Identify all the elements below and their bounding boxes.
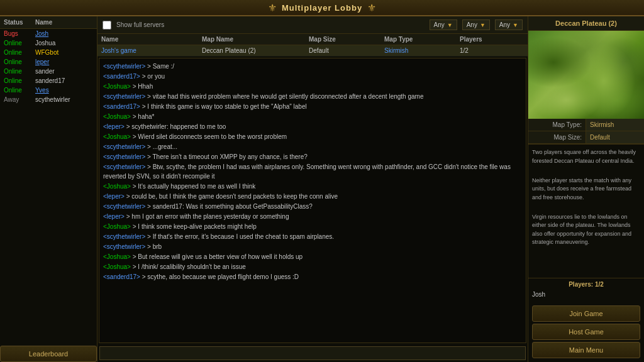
list-item: <sanderd17> > I think this game is way t… — [103, 102, 522, 111]
col-status-header: Status — [4, 19, 35, 26]
map-title: Deccan Plateau (2) — [528, 16, 644, 31]
list-item[interactable]: Away scythetwirler — [0, 95, 97, 104]
chat-username: <Joshua> — [103, 223, 131, 230]
chat-message-text: > If that's the error, it's because I us… — [145, 233, 334, 240]
map-description-paragraph: Neither player starts the match with any… — [532, 177, 640, 202]
join-game-button[interactable]: Join Game — [532, 305, 640, 322]
main-menu-button[interactable]: Main Menu — [532, 342, 640, 358]
chat-username: <scythetwirler> — [103, 243, 145, 250]
chat-message-text: > It's actually happened to me as well I… — [131, 183, 255, 190]
leaderboard-button[interactable]: Leaderboard — [0, 346, 97, 362]
left-panel: Status Name Bugs Josh Online Joshua Onli… — [0, 16, 97, 362]
list-item: <Joshua> > I think some keep-alive packe… — [103, 222, 522, 231]
list-item: <Joshua> > Wierd silet disconnects seem … — [103, 132, 522, 141]
chat-message-text: > I /think/ scalibility shouldn't be an … — [131, 263, 246, 270]
list-item: <Joshua> > It's actually happened to me … — [103, 182, 522, 191]
chat-username: <scythetwirler> — [103, 233, 145, 240]
list-item[interactable]: Online Yves — [0, 85, 97, 95]
list-item: <Joshua> > But release will give us a be… — [103, 252, 522, 261]
chat-message-text: > brb — [145, 243, 162, 250]
chat-message-text: > I think some keep-alive packets might … — [131, 223, 257, 230]
filter-dropdown-1-arrow: ▼ — [447, 22, 453, 28]
list-item: <scythetwirler> > ...great... — [103, 142, 522, 151]
player-status: Online — [4, 77, 35, 84]
list-item: <scythetwirler> > sanderd17: Was it some… — [103, 202, 522, 211]
chat-username: <sanderd17> — [103, 73, 140, 80]
list-item: <Joshua> > I /think/ scalibility shouldn… — [103, 262, 522, 272]
chat-message-text: > But release will give us a better view… — [131, 253, 303, 260]
chat-username: <scythetwirler> — [103, 63, 145, 70]
list-item: <scythetwirler> > Same :/ — [103, 62, 522, 71]
chat-username: <leper> — [103, 193, 125, 200]
chat-area: <scythetwirler> > Same :/<sanderd17> > o… — [97, 57, 528, 362]
chat-username: <scythetwirler> — [103, 153, 145, 160]
list-item[interactable]: Bugs Josh — [0, 29, 97, 38]
player-name: sander — [35, 68, 93, 75]
list-item[interactable]: Online WFGbot — [0, 48, 97, 57]
list-item: <sanderd17> > or you — [103, 72, 522, 81]
chat-username: <leper> — [103, 213, 125, 220]
player-name: Josh — [35, 30, 93, 37]
chat-username: <scythetwirler> — [103, 143, 145, 150]
player-status: Bugs — [4, 30, 35, 37]
middle-panel: Show full servers Any ▼ Any ▼ Any ▼ Name… — [97, 16, 528, 362]
list-item: <scythetwirler> > If that's the error, i… — [103, 232, 522, 241]
server-map-size: Default — [309, 47, 384, 54]
chat-message-text: > haha* — [131, 113, 155, 120]
show-full-checkbox[interactable] — [103, 21, 111, 30]
th-players: Players — [460, 36, 524, 43]
list-item[interactable]: Online sander — [0, 67, 97, 76]
server-list: Josh's game Deccan Plateau (2) Default S… — [97, 45, 528, 57]
chat-username: <scythetwirler> — [103, 163, 145, 170]
list-item[interactable]: Online leper — [0, 57, 97, 67]
col-name-header: Name — [35, 19, 93, 26]
chat-message-text: > vitae had this weird problem where he … — [145, 93, 423, 100]
table-row[interactable]: Josh's game Deccan Plateau (2) Default S… — [97, 45, 528, 57]
chat-input[interactable] — [99, 346, 526, 360]
chat-message-text: > Btw, scythe, the problem I had was wit… — [103, 163, 511, 180]
map-type-label: Map Type: — [528, 119, 586, 131]
list-item[interactable]: Online sanderd17 — [0, 76, 97, 85]
th-map-type: Map Type — [384, 36, 460, 43]
chat-username: <scythetwirler> — [103, 93, 145, 100]
chat-username: <Joshua> — [103, 133, 131, 140]
filter-dropdown-2[interactable]: Any ▼ — [462, 19, 490, 30]
th-name: Name — [101, 36, 202, 43]
host-game-button[interactable]: Host Game — [532, 324, 640, 340]
list-item: <scythetwirler> > There isn't a timeout … — [103, 152, 522, 162]
th-map-name: Map Name — [202, 36, 309, 43]
chat-message-text: > sanderd17: Was it something about GetP… — [145, 203, 313, 210]
players-section: Players: 1/2 Josh — [528, 278, 644, 302]
chat-username: <sanderd17> — [103, 273, 140, 280]
map-description-paragraph: Two players square off across the heavil… — [532, 148, 640, 165]
map-size-label: Map Size: — [528, 131, 586, 144]
main-layout: Status Name Bugs Josh Online Joshua Onli… — [0, 16, 644, 362]
chat-message-text: > Wierd silet disconnects seem to be the… — [131, 133, 287, 140]
server-players: 1/2 — [460, 47, 524, 54]
filter-dropdown-1[interactable]: Any ▼ — [430, 19, 457, 30]
filter-dropdown-2-arrow: ▼ — [480, 22, 486, 28]
map-type-value: Skirmish — [586, 119, 644, 131]
filter-dropdown-3[interactable]: Any ▼ — [495, 19, 523, 30]
list-item[interactable]: Online Joshua — [0, 38, 97, 48]
server-table-header: Name Map Name Map Size Map Type Players — [97, 34, 528, 45]
list-item: <scythetwirler> > brb — [103, 242, 522, 251]
chat-message-text: > or you — [140, 73, 165, 80]
list-item: <Joshua> > Hhah — [103, 82, 522, 91]
map-info-grid: Map Type: Skirmish Map Size: Default — [528, 119, 644, 145]
list-item: <leper> > hm I got an error with the pla… — [103, 212, 522, 221]
chat-message-text: > could be, but I think the game doesn't… — [125, 193, 338, 200]
player-list-header: Status Name — [0, 16, 97, 29]
players-section-title: Players: 1/2 — [532, 281, 640, 288]
player-name: sanderd17 — [35, 77, 93, 84]
player-status: Online — [4, 40, 35, 47]
map-description-paragraph: Virgin resources lie to the lowlands on … — [532, 213, 640, 247]
chat-username: <sanderd17> — [103, 103, 140, 110]
chat-username: <Joshua> — [103, 113, 131, 120]
filter-dropdown-1-value: Any — [434, 21, 445, 28]
player-status: Online — [4, 68, 35, 75]
server-name: Josh's game — [101, 47, 202, 54]
chat-message-text: > ...great... — [145, 143, 177, 150]
list-item: <leper> > scythetwirler: happened to me … — [103, 122, 522, 131]
filter-bar: Show full servers Any ▼ Any ▼ Any ▼ — [97, 16, 528, 34]
